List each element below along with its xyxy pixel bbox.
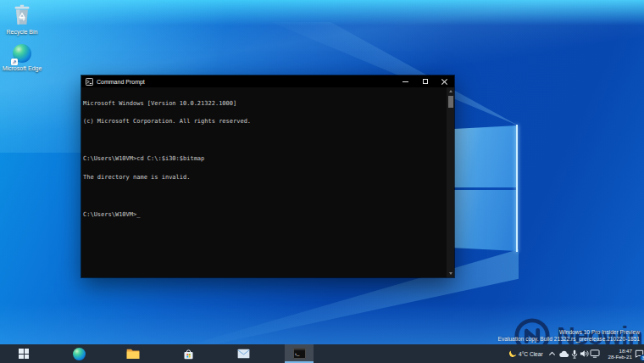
network-tray-icon[interactable] bbox=[590, 344, 600, 363]
cloud-icon bbox=[559, 350, 569, 358]
window-titlebar[interactable]: Command Prompt bbox=[81, 75, 454, 87]
desktop-icon-label: Recycle Bin bbox=[2, 29, 42, 36]
taskbar-app-mail[interactable] bbox=[230, 344, 257, 363]
edge-icon bbox=[73, 348, 86, 360]
console-client-area[interactable]: Microsoft Windows [Version 10.0.21322.10… bbox=[81, 87, 454, 277]
recycle-bin-icon bbox=[11, 3, 33, 28]
console-line: Microsoft Windows [Version 10.0.21322.10… bbox=[83, 101, 445, 107]
command-prompt-window: Command Prompt Microsoft Windows [Versio… bbox=[81, 75, 454, 277]
desktop-icon-microsoft-edge[interactable]: ↗ Microsoft Edge bbox=[2, 44, 42, 71]
text-cursor: _ bbox=[136, 211, 140, 218]
speaker-icon bbox=[580, 349, 589, 358]
command-prompt-icon bbox=[293, 348, 306, 359]
scroll-down-icon bbox=[449, 272, 452, 275]
maximize-button[interactable] bbox=[415, 75, 435, 87]
ethernet-icon bbox=[590, 349, 600, 358]
desktop: Recycle Bin ↗ Microsoft Edge Neowin Wind… bbox=[0, 0, 644, 363]
microphone-tray-icon[interactable] bbox=[571, 344, 578, 363]
notification-badge: 3 bbox=[640, 355, 644, 361]
console-line bbox=[83, 137, 445, 143]
mail-icon bbox=[237, 349, 250, 359]
edge-icon: ↗ bbox=[13, 44, 31, 64]
insider-watermark: Windows 10 Pro Insider Preview Evaluatio… bbox=[498, 329, 640, 343]
minimize-icon bbox=[402, 81, 408, 82]
console-prompt-line: C:\Users\W10VM>_ bbox=[83, 212, 445, 218]
close-button[interactable] bbox=[435, 75, 454, 87]
volume-tray-icon[interactable] bbox=[580, 344, 589, 363]
scroll-down-button[interactable] bbox=[447, 270, 454, 277]
windows-logo-bright-edge bbox=[516, 125, 518, 252]
maximize-icon bbox=[423, 79, 428, 84]
console-line: (c) Microsoft Corporation. All rights re… bbox=[83, 119, 445, 125]
start-button[interactable] bbox=[10, 344, 37, 363]
console-line: C:\Users\W10VM>cd C:\:$i30:$bitmap bbox=[83, 156, 445, 162]
clock-date: 28-Feb-21 bbox=[608, 354, 632, 360]
onedrive-tray-icon[interactable] bbox=[559, 344, 569, 363]
console-line bbox=[83, 193, 445, 199]
microphone-icon bbox=[571, 349, 578, 359]
action-center-button[interactable]: 3 bbox=[635, 344, 644, 363]
watermark-line-2: Evaluation copy. Build 21322.rs_prerelea… bbox=[498, 336, 640, 343]
minimize-button[interactable] bbox=[396, 75, 415, 87]
taskbar: 4°C Clear bbox=[0, 344, 644, 363]
microsoft-store-icon bbox=[182, 348, 195, 360]
file-explorer-icon bbox=[126, 348, 140, 360]
scroll-up-button[interactable] bbox=[447, 87, 454, 95]
desktop-icon-recycle-bin[interactable]: Recycle Bin bbox=[2, 3, 42, 35]
show-hidden-icons-button[interactable] bbox=[551, 344, 555, 363]
scroll-up-icon bbox=[449, 90, 452, 92]
windows-start-icon bbox=[19, 349, 29, 359]
weather-text: 4°C Clear bbox=[519, 351, 543, 357]
vertical-scrollbar[interactable] bbox=[447, 87, 454, 277]
scrollbar-thumb[interactable] bbox=[448, 96, 453, 108]
moon-icon bbox=[508, 349, 517, 358]
window-title: Command Prompt bbox=[97, 79, 145, 85]
clock-time: 18:47 bbox=[619, 348, 632, 354]
taskbar-app-command-prompt[interactable] bbox=[285, 344, 314, 363]
taskbar-clock[interactable]: 18:47 28-Feb-21 bbox=[600, 344, 632, 363]
console-line: The directory name is invalid. bbox=[83, 175, 445, 181]
command-prompt-icon bbox=[86, 78, 93, 86]
taskbar-app-file-explorer[interactable] bbox=[119, 344, 147, 363]
taskbar-weather[interactable]: 4°C Clear bbox=[509, 344, 543, 363]
desktop-icon-label: Microsoft Edge bbox=[2, 65, 42, 72]
taskbar-app-edge[interactable] bbox=[65, 344, 92, 363]
shortcut-arrow-icon: ↗ bbox=[11, 59, 18, 65]
console-output: Microsoft Windows [Version 10.0.21322.10… bbox=[83, 88, 445, 231]
taskbar-app-store[interactable] bbox=[175, 344, 202, 363]
chevron-up-icon bbox=[549, 352, 554, 357]
